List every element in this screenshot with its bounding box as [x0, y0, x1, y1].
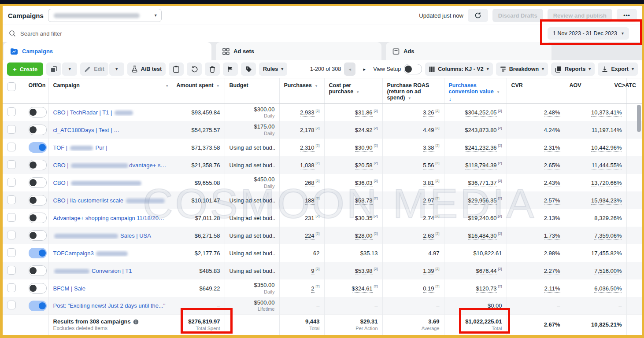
toggle-knob [39, 302, 46, 309]
campaign-toggle[interactable] [29, 125, 47, 135]
column-header-campaign[interactable]: Campaign [48, 78, 172, 103]
campaign-link[interactable]: TOF | Pur | [53, 144, 167, 151]
discard-drafts-button[interactable]: Discard Drafts [492, 9, 543, 22]
next-page-button[interactable]: ▸ [359, 62, 370, 76]
export-button[interactable]: Export [598, 62, 638, 76]
breakdown-button[interactable]: Breakdown [496, 62, 548, 76]
campaign-toggle[interactable] [29, 230, 47, 241]
campaign-name-text: Pur | [94, 144, 107, 151]
row-checkbox[interactable] [7, 107, 16, 116]
more-options-button[interactable]: ••• [617, 9, 637, 22]
edit-button[interactable]: Edit [80, 62, 108, 76]
campaign-toggle[interactable] [29, 177, 47, 188]
campaign-link[interactable]: Advantage+ shopping campaign 11/18/2023 … [53, 215, 167, 221]
column-header-cost-per-purchase[interactable]: Cost per purchase [324, 78, 382, 103]
table-row: CBO | lla-customerlist scale $10,101.47U… [3, 191, 642, 209]
previous-page-button[interactable]: ◂ [344, 62, 355, 76]
column-header-cvr[interactable]: CVR [507, 78, 565, 103]
tab-campaigns[interactable]: Campaigns [4, 42, 211, 60]
campaign-link[interactable]: BFCM | Sale [53, 285, 167, 292]
tag-button[interactable] [241, 62, 256, 76]
refresh-icon [474, 12, 481, 19]
campaign-link[interactable]: CBO | TechRadar | T1 | [53, 109, 167, 116]
view-setup-toggle[interactable] [404, 64, 422, 74]
edit-caret-button[interactable] [109, 62, 124, 76]
column-header-purchases-conversion-value[interactable]: Purchases conversion value↓ [444, 78, 507, 103]
budget-value: Using ad set bud... [229, 162, 275, 169]
vertical-scrollbar[interactable] [637, 105, 641, 132]
campaign-toggle[interactable] [29, 301, 47, 311]
campaign-toggle[interactable] [29, 248, 47, 258]
create-button[interactable]: + Create [7, 62, 43, 76]
campaign-link[interactable]: CBO | dvantage+ sh... [53, 162, 167, 169]
row-checkbox[interactable] [7, 160, 16, 169]
undo-button[interactable] [187, 62, 202, 76]
column-header-purchases[interactable]: Purchases [279, 78, 324, 103]
row-checkbox[interactable] [7, 283, 16, 292]
plus-icon: + [13, 66, 17, 73]
page-title: Campaigns [8, 12, 44, 19]
date-range-selector[interactable]: 1 Nov 2023 - 31 Dec 2023 [548, 27, 629, 40]
amount-spent-value: $7,011.28 [195, 215, 220, 221]
campaign-link[interactable]: CBO | [53, 180, 167, 186]
footnote-marker: [2] [374, 109, 378, 113]
campaign-toggle[interactable] [29, 213, 47, 223]
row-checkbox[interactable] [7, 178, 16, 187]
average-roas-label: Average [387, 326, 440, 331]
footnote-marker: [2] [374, 231, 378, 235]
row-checkbox[interactable] [7, 213, 16, 222]
tab-ad-sets[interactable]: Ad sets [216, 42, 381, 60]
campaign-link[interactable]: CBO | lla-customerlist scale [53, 197, 167, 204]
delete-button[interactable] [205, 62, 220, 76]
campaign-name-text: dvantage+ sh... [129, 162, 167, 169]
duplicate-caret-button[interactable] [62, 62, 77, 76]
flag-button[interactable] [223, 62, 238, 76]
roas-value: 3.38 [423, 144, 434, 152]
campaign-toggle[interactable] [29, 283, 47, 294]
campaign-link[interactable]: Sales | USA [53, 232, 167, 239]
column-header-purchase-roas[interactable]: Purchase ROAS (return on ad spend) [382, 78, 444, 103]
campaign-link[interactable]: Conversion | T1 [53, 268, 167, 274]
info-icon[interactable] [133, 319, 139, 325]
toggle-knob [30, 109, 37, 116]
column-header-amount-spent[interactable]: Amount spent [172, 78, 225, 103]
select-all-checkbox[interactable] [7, 82, 16, 91]
refresh-button[interactable] [468, 9, 488, 22]
row-checkbox[interactable] [7, 231, 16, 239]
column-header-vc-atc[interactable]: VC>ATC [626, 78, 642, 103]
campaign-link[interactable]: TOFCampaign3 [53, 250, 167, 257]
row-checkbox[interactable] [7, 195, 16, 204]
reports-button[interactable]: Reports [551, 62, 595, 76]
row-checkbox[interactable] [7, 266, 16, 275]
toggle-knob [39, 144, 46, 151]
account-selector[interactable] [48, 9, 162, 22]
columns-label: Columns: KJ - V2 [438, 66, 484, 72]
duplicate-button[interactable] [46, 62, 61, 76]
footnote-marker: [2] [316, 284, 320, 288]
campaign-link[interactable]: Post: "Exciting news! Just 2 days until … [53, 302, 167, 309]
footnote-marker: [2] [436, 109, 440, 113]
columns-button[interactable]: Columns: KJ - V2 [425, 62, 493, 76]
toggle-knob [30, 232, 37, 239]
review-and-publish-button[interactable]: Review and publish [548, 9, 612, 22]
rules-button[interactable]: Rules [259, 62, 287, 76]
campaign-toggle[interactable] [29, 265, 47, 276]
clipboard-button[interactable] [169, 62, 184, 76]
campaign-toggle[interactable] [29, 142, 47, 153]
campaign-toggle[interactable] [29, 160, 47, 170]
column-header-budget[interactable]: Budget [225, 78, 279, 103]
tab-ads[interactable]: Ads [386, 42, 551, 60]
column-header-off-on[interactable]: Off/On [24, 78, 48, 103]
purchases-value: 2,310 [300, 144, 315, 152]
row-checkbox[interactable] [7, 125, 16, 134]
toggle-knob [30, 179, 37, 186]
row-checkbox[interactable] [7, 248, 16, 257]
search-input[interactable]: Search and filter [20, 30, 62, 37]
row-checkbox[interactable] [7, 301, 16, 309]
cost-per-purchase-value: $31.86 [355, 109, 373, 117]
campaign-link[interactable]: cl_ATC180Days | Test | ... [53, 127, 167, 133]
ab-test-button[interactable]: A/B test [127, 62, 166, 76]
campaign-toggle[interactable] [29, 107, 47, 118]
row-checkbox[interactable] [7, 143, 16, 151]
campaign-toggle[interactable] [29, 195, 47, 206]
